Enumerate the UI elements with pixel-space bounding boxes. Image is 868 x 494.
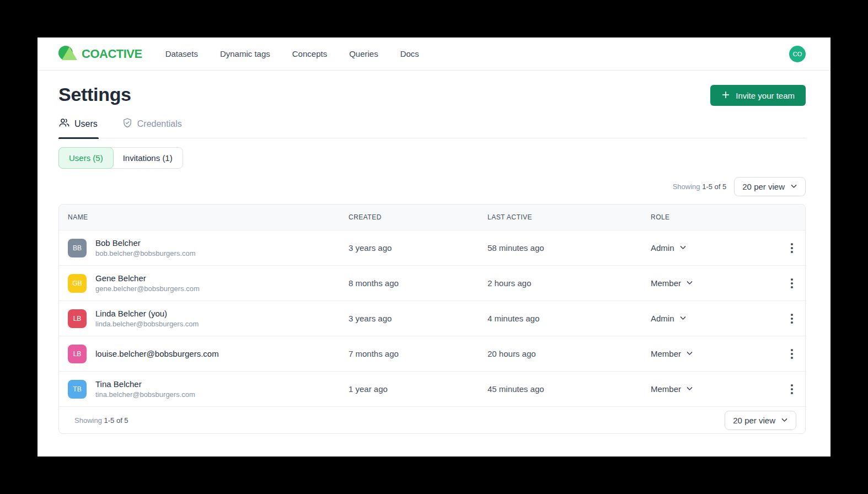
last-active-cell: 20 hours ago <box>487 349 651 358</box>
row-actions-kebab-icon[interactable] <box>787 381 796 398</box>
avatar: GB <box>68 274 87 293</box>
profile-avatar[interactable]: CO <box>789 46 806 62</box>
column-name: NAME <box>68 213 349 221</box>
tab-users[interactable]: Users <box>58 114 99 138</box>
user-cell: LB louise.belcher@bobsburgers.com <box>68 345 349 363</box>
user-name: Tina Belcher <box>95 379 195 389</box>
created-cell: 3 years ago <box>349 243 487 253</box>
nav-item-queries[interactable]: Queries <box>349 49 378 58</box>
user-name: Bob Belcher <box>95 238 196 248</box>
users-table: NAME CREATED LAST ACTIVE ROLE BB Bob Bel… <box>58 204 806 434</box>
tab-credentials-label: Credentials <box>137 119 182 129</box>
created-cell: 3 years ago <box>349 314 487 323</box>
chevron-down-icon <box>686 278 693 288</box>
shield-check-icon <box>122 117 133 131</box>
per-view-dropdown[interactable]: 20 per view <box>734 177 806 196</box>
user-email: linda.belcher@bobsburgers.com <box>95 320 199 328</box>
nav-item-concepts[interactable]: Concepts <box>292 49 327 58</box>
table-row: LB louise.belcher@bobsburgers.com 7 mont… <box>59 336 805 371</box>
nav-item-dynamic-tags[interactable]: Dynamic tags <box>220 49 270 58</box>
row-actions-kebab-icon[interactable] <box>787 310 796 327</box>
role-dropdown[interactable]: Member <box>651 278 770 288</box>
coactive-logo-icon <box>58 45 77 63</box>
user-email: tina.belcher@bobsburgers.com <box>95 390 195 399</box>
top-pagination: Showing 1-5 of 5 20 per view <box>58 177 806 196</box>
chevron-down-icon <box>679 314 687 323</box>
role-dropdown[interactable]: Member <box>651 349 770 358</box>
showing-text: Showing 1-5 of 5 <box>74 416 128 425</box>
user-email: gene.belcher@bobsburgers.com <box>95 284 200 293</box>
role-dropdown[interactable]: Admin <box>651 314 770 323</box>
avatar: TB <box>68 380 87 399</box>
created-cell: 1 year ago <box>349 384 487 394</box>
user-filter-group: Users (5) Invitations (1) <box>58 147 183 169</box>
tab-users-label: Users <box>74 119 98 129</box>
row-actions-kebab-icon[interactable] <box>787 346 796 362</box>
brand-name: COACTIVE <box>82 47 142 61</box>
table-body: BB Bob Belcher bob.belcher@bobsburgers.c… <box>59 230 805 406</box>
column-role: ROLE <box>651 213 770 221</box>
users-icon <box>58 117 70 131</box>
role-dropdown[interactable]: Admin <box>651 243 770 253</box>
last-active-cell: 4 minutes ago <box>487 314 651 323</box>
nav-item-docs[interactable]: Docs <box>400 49 419 58</box>
invite-your-team-button[interactable]: Invite your team <box>710 85 806 106</box>
top-nav: COACTIVE Datasets Dynamic tags Concepts … <box>37 37 831 71</box>
avatar: BB <box>68 239 87 257</box>
user-cell: GB Gene Belcher gene.belcher@bobsburgers… <box>68 273 349 293</box>
table-row: BB Bob Belcher bob.belcher@bobsburgers.c… <box>59 230 805 265</box>
filter-users[interactable]: Users (5) <box>58 147 114 169</box>
chevron-down-icon <box>686 349 693 358</box>
coactive-logo[interactable]: COACTIVE <box>58 45 142 63</box>
column-created: CREATED <box>349 213 487 221</box>
table-row: LB Linda Belcher (you) linda.belcher@bob… <box>59 300 805 336</box>
table-footer: Showing 1-5 of 5 20 per view <box>59 406 805 433</box>
row-actions-kebab-icon[interactable] <box>787 275 796 292</box>
user-cell: LB Linda Belcher (you) linda.belcher@bob… <box>68 309 349 328</box>
main-content: Settings Invite your team <box>37 71 831 434</box>
last-active-cell: 58 minutes ago <box>487 243 651 253</box>
nav-items: Datasets Dynamic tags Concepts Queries D… <box>165 49 419 58</box>
page-title: Settings <box>58 84 131 105</box>
row-actions-kebab-icon[interactable] <box>787 240 796 256</box>
column-last-active: LAST ACTIVE <box>487 213 651 221</box>
created-cell: 7 months ago <box>349 349 487 358</box>
user-cell: TB Tina Belcher tina.belcher@bobsburgers… <box>68 379 349 399</box>
avatar: LB <box>68 345 87 363</box>
role-dropdown[interactable]: Member <box>651 384 770 394</box>
table-row: GB Gene Belcher gene.belcher@bobsburgers… <box>59 265 805 300</box>
filter-invitations[interactable]: Invitations (1) <box>113 148 183 168</box>
table-header: NAME CREATED LAST ACTIVE ROLE <box>59 205 805 230</box>
table-row: TB Tina Belcher tina.belcher@bobsburgers… <box>59 371 805 406</box>
per-view-dropdown-footer[interactable]: 20 per view <box>725 411 796 430</box>
chevron-down-icon <box>686 384 693 394</box>
created-cell: 8 months ago <box>349 278 487 288</box>
user-name: Gene Belcher <box>95 273 200 283</box>
chevron-down-icon <box>781 416 788 425</box>
settings-tabs: Users Credentials <box>58 114 806 138</box>
user-name: louise.belcher@bobsburgers.com <box>95 349 219 358</box>
chevron-down-icon <box>790 182 797 191</box>
chevron-down-icon <box>679 243 687 253</box>
user-name: Linda Belcher (you) <box>95 309 199 318</box>
user-cell: BB Bob Belcher bob.belcher@bobsburgers.c… <box>68 238 349 257</box>
plus-icon <box>721 90 730 101</box>
last-active-cell: 45 minutes ago <box>487 384 651 394</box>
last-active-cell: 2 hours ago <box>487 278 651 288</box>
nav-item-datasets[interactable]: Datasets <box>165 49 198 58</box>
tab-credentials[interactable]: Credentials <box>122 114 183 138</box>
app-window: COACTIVE Datasets Dynamic tags Concepts … <box>37 37 831 457</box>
showing-text: Showing 1-5 of 5 <box>673 182 727 191</box>
user-email: bob.belcher@bobsburgers.com <box>95 249 196 257</box>
avatar: LB <box>68 309 87 328</box>
